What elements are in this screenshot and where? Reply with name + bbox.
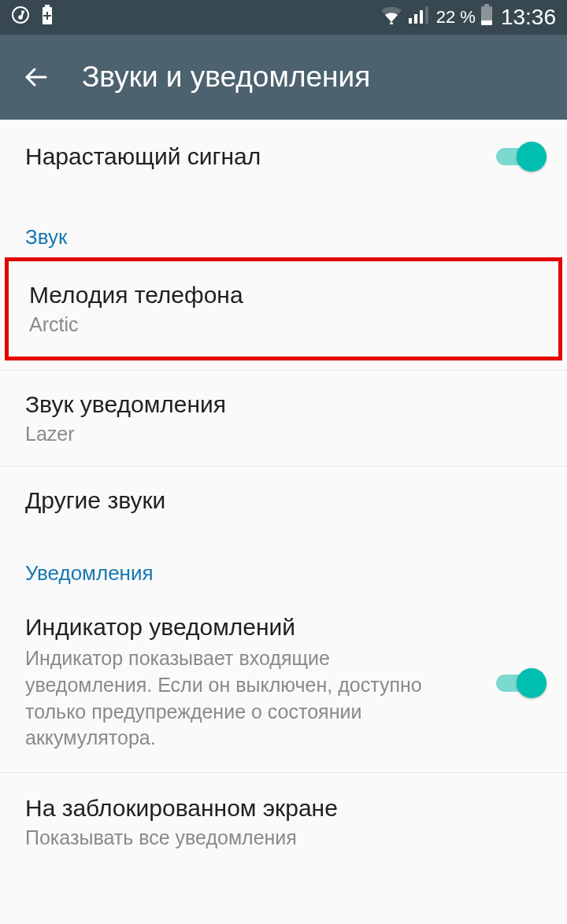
ringtone-label: Мелодия телефона (29, 282, 522, 309)
notification-indicator-label: Индикатор уведомлений (25, 614, 480, 641)
back-arrow-icon[interactable] (22, 63, 50, 91)
on-lock-screen-label: На заблокированном экране (25, 795, 526, 822)
clock-text: 13:36 (501, 5, 556, 30)
battery-icon (480, 4, 493, 31)
svg-rect-8 (425, 6, 428, 24)
ascending-signal-label: Нарастающий сигнал (25, 143, 480, 170)
status-left (11, 5, 54, 30)
music-note-icon (11, 6, 30, 29)
settings-list: Нарастающий сигнал Звук Мелодия телефона… (0, 120, 567, 857)
svg-rect-6 (414, 14, 417, 24)
on-lock-screen-value: Показывать все уведомления (25, 826, 526, 849)
cellular-signal-icon (408, 6, 428, 29)
status-right: 22 % 13:36 (380, 4, 556, 31)
setting-label-container: Другие звуки (25, 487, 542, 514)
svg-rect-9 (484, 4, 489, 6)
battery-percent-text: 22 % (436, 7, 476, 28)
ascending-signal-toggle[interactable] (496, 148, 542, 165)
wifi-icon (380, 6, 403, 29)
setting-ascending-signal[interactable]: Нарастающий сигнал (0, 120, 567, 198)
page-title: Звуки и уведомления (82, 61, 370, 94)
setting-on-lock-screen[interactable]: На заблокированном экране Показывать все… (0, 773, 567, 857)
highlight-box: Мелодия телефона Arctic (5, 257, 562, 360)
setting-notification-sound[interactable]: Звук уведомления Lazer (0, 371, 567, 467)
notification-indicator-toggle[interactable] (496, 675, 542, 692)
setting-notification-indicator[interactable]: Индикатор уведомлений Индикатор показыва… (0, 593, 567, 773)
notification-sound-label: Звук уведомления (25, 391, 526, 418)
svg-rect-11 (481, 20, 492, 25)
svg-rect-4 (43, 15, 51, 17)
setting-other-sounds[interactable]: Другие звуки (0, 467, 567, 534)
setting-ringtone[interactable]: Мелодия телефона Arctic (9, 261, 558, 357)
notification-indicator-description: Индикатор показывает входящие уведомлени… (25, 645, 435, 752)
svg-rect-5 (409, 18, 412, 24)
setting-label-container: Звук уведомления Lazer (25, 391, 542, 445)
setting-label-container: Мелодия телефона Arctic (29, 282, 538, 336)
svg-rect-2 (45, 5, 50, 7)
app-bar: Звуки и уведомления (0, 35, 567, 120)
setting-label-container: Индикатор уведомлений Индикатор показыва… (25, 614, 496, 752)
svg-point-0 (13, 7, 28, 23)
section-header-notifications: Уведомления (0, 534, 567, 593)
setting-label-container: На заблокированном экране Показывать все… (25, 795, 542, 849)
other-sounds-label: Другие звуки (25, 487, 526, 514)
section-header-sound: Звук (0, 198, 567, 257)
battery-charging-icon (41, 5, 54, 30)
status-bar: 22 % 13:36 (0, 0, 567, 35)
notification-sound-value: Lazer (25, 423, 526, 445)
svg-rect-7 (420, 10, 423, 24)
setting-label-container: Нарастающий сигнал (25, 143, 496, 170)
ringtone-value: Arctic (29, 313, 522, 336)
